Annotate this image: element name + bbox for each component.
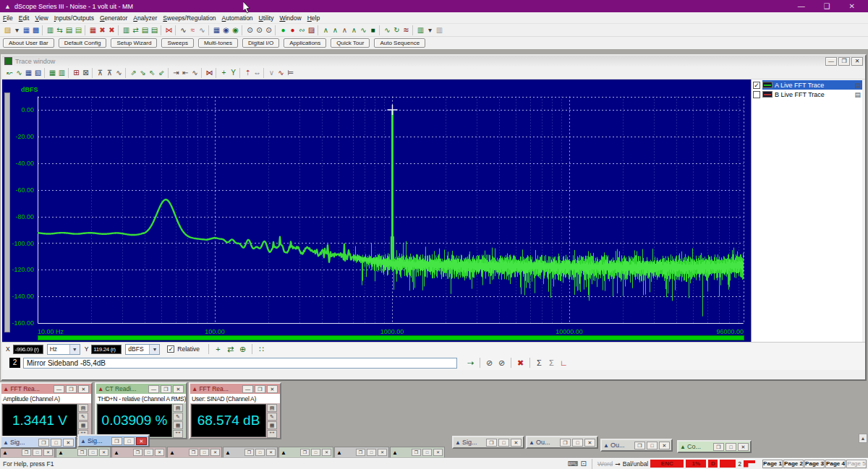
relative-checkbox[interactable]: ✓ (167, 345, 174, 353)
stub-max-button[interactable]: □ (311, 449, 320, 456)
analyzer-red-icon[interactable]: ▦ (88, 25, 98, 35)
y-value-field[interactable]: 119.24 (r) (91, 345, 122, 354)
cursor-track-icon[interactable]: ⇄ (224, 345, 237, 354)
reading-titlebar[interactable]: ▲CT Readi...—❐✕ (96, 384, 186, 394)
mini-restore-button[interactable]: ❐ (560, 439, 571, 447)
mini-close-button[interactable]: ✕ (738, 443, 749, 451)
reading-chart-button[interactable]: ▦ (78, 421, 88, 429)
sq-icon[interactable]: ■ (368, 25, 378, 35)
tw-grid2-icon[interactable]: ▥ (57, 67, 67, 78)
reading-minimize-button[interactable]: — (54, 385, 64, 393)
note-find2-icon[interactable]: ⊘ (495, 358, 508, 368)
bowtie-icon[interactable]: ⋈ (164, 25, 174, 35)
tw-link1-icon[interactable]: ⇡ (243, 67, 252, 78)
outputs-route-icon[interactable]: ⇆ (55, 25, 64, 35)
export-caret-icon[interactable]: ▾ (425, 25, 435, 35)
plot-vertical-slider[interactable] (4, 92, 10, 332)
minimized-window-stub[interactable]: ▲❐□✕ (278, 447, 333, 457)
tw-zoomx-icon[interactable]: ⊼ (95, 67, 105, 78)
close-button[interactable]: ✕ (849, 2, 855, 10)
trace-window-titlebar[interactable]: Trace window — ❐ ✕ (2, 56, 865, 66)
fft-plot[interactable]: dBFS 0.00-20.00-40.00-60.00-80.00-100.00… (2, 79, 751, 342)
mini-max-button[interactable]: □ (498, 439, 509, 447)
stub-close-button[interactable]: ✕ (210, 449, 220, 456)
menu-view[interactable]: View (32, 14, 51, 22)
open-caret-icon[interactable]: ▾ (12, 25, 22, 35)
clock2-icon[interactable]: ⊙ (255, 25, 264, 35)
tw-copy2-icon[interactable]: ▧ (33, 67, 43, 78)
stub-restore-button[interactable]: ❐ (133, 449, 142, 456)
tw-table2-icon[interactable]: ⊠ (81, 67, 90, 78)
tw-cursor1-icon[interactable]: ⇥ (171, 67, 181, 78)
stub-max-button[interactable]: □ (367, 449, 376, 456)
legend-checkbox-a[interactable]: ✓ (753, 82, 760, 89)
mini-close-button[interactable]: ✕ (136, 437, 147, 445)
reading-restore-button[interactable]: ❐ (161, 385, 171, 393)
reading-titlebar[interactable]: ▲FFT Rea...—❐✕ (190, 384, 280, 394)
wave3-icon[interactable]: ∿ (197, 25, 207, 35)
mini-max-button[interactable]: □ (572, 439, 583, 447)
reading-log-button[interactable]: ▤ (267, 404, 277, 412)
page-button-2[interactable]: Page 2 (783, 460, 804, 468)
mini-restore-button[interactable]: ❐ (713, 443, 724, 451)
save-icon[interactable]: ▦ (22, 25, 31, 35)
mini-restore-button[interactable]: ❐ (634, 442, 645, 449)
stub-restore-button[interactable]: ❐ (356, 449, 365, 456)
stub-close-button[interactable]: ✕ (155, 449, 164, 456)
userbar-multi-tones-button[interactable]: Multi-tones (198, 38, 238, 48)
tw-misc1-icon[interactable]: ∨ (267, 67, 276, 78)
note-sigma2-icon[interactable]: Σ (545, 358, 558, 367)
tw-grid-icon[interactable]: ▦ (48, 67, 57, 78)
stub-close-button[interactable]: ✕ (99, 449, 109, 456)
outputs-gen-icon[interactable]: ▤ (64, 25, 74, 35)
userbar-auto-sequence-button[interactable]: Auto Sequence (374, 38, 425, 48)
stub-restore-button[interactable]: ❐ (412, 449, 421, 456)
stub-restore-button[interactable]: ❐ (300, 449, 310, 456)
stub-close-button[interactable]: ✕ (433, 449, 443, 456)
annotation-index[interactable]: 2 (9, 358, 20, 368)
userbar-sweeps-button[interactable]: Sweeps (161, 38, 193, 48)
stub-close-button[interactable]: ✕ (378, 449, 387, 456)
mute2-icon[interactable]: ✖ (107, 25, 116, 35)
monitor3-icon[interactable]: ◉ (231, 25, 240, 35)
mini-restore-button[interactable]: ❐ (486, 439, 497, 447)
note-sigma1-icon[interactable]: Σ (533, 358, 545, 367)
mini-max-button[interactable]: □ (124, 437, 135, 445)
menu-file[interactable]: File (0, 14, 16, 22)
clock3-icon[interactable]: ⊙ (264, 25, 273, 35)
legend-row-b[interactable]: B Live FFT Trace▤ (752, 90, 862, 99)
menu-generator[interactable]: Generator (97, 14, 130, 22)
maximize-button[interactable]: ❑ (824, 2, 830, 10)
stub-max-button[interactable]: □ (144, 449, 153, 456)
y-unit-dropdown-arrow[interactable]: ▼ (149, 345, 159, 354)
minimized-window-stub[interactable]: ▲❐□✕ (223, 447, 278, 457)
tw-wave-icon[interactable]: ∿ (14, 67, 24, 78)
wave1-icon[interactable]: ∿ (179, 25, 188, 35)
minimized-window-sig[interactable]: ▲Sig...❐□✕ (452, 436, 524, 449)
mini-max-button[interactable]: □ (726, 443, 736, 451)
stub-max-button[interactable]: □ (255, 449, 265, 456)
minimized-window-ou[interactable]: ▲Ou...❐□✕ (600, 439, 673, 452)
clock1-icon[interactable]: ⊙ (245, 25, 255, 35)
monitor1-icon[interactable]: ▦ (212, 25, 221, 35)
page-button-1[interactable]: Page 1 (762, 460, 783, 468)
menu-window[interactable]: Window (276, 14, 304, 22)
note-find1-icon[interactable]: ⊘ (483, 358, 495, 368)
outputs-screen-icon[interactable]: ▥ (46, 25, 55, 35)
reading-speaker-button[interactable]: ✎ (78, 413, 88, 421)
x-unit-dropdown-arrow[interactable]: ▼ (69, 345, 80, 354)
tw-arrow1-icon[interactable]: ⇗ (129, 67, 138, 78)
trace-minimize-button[interactable]: — (825, 57, 837, 66)
mini-close-button[interactable]: ✕ (63, 439, 74, 447)
reading-log-button[interactable]: ▤ (173, 404, 183, 412)
tw-pick1-icon[interactable]: + (219, 67, 229, 78)
minimized-window-stub[interactable]: ▲❐□✕ (334, 447, 389, 457)
mdi-scrollbar[interactable]: ▲ (859, 434, 867, 443)
fn1-icon[interactable]: ∿ (383, 25, 392, 35)
legend-route-icon[interactable]: ▤ (854, 91, 861, 98)
reading-restore-button[interactable]: ❐ (66, 385, 77, 393)
title-bar[interactable]: ▲ dScope Series III - Noise - 1 volt uit… (0, 0, 868, 12)
scribble-icon[interactable]: ∾ (297, 25, 307, 35)
menu-inputs-outputs[interactable]: Inputs/Outputs (51, 14, 97, 22)
menu-sweeps-regulation[interactable]: Sweeps/Regulation (160, 14, 218, 22)
